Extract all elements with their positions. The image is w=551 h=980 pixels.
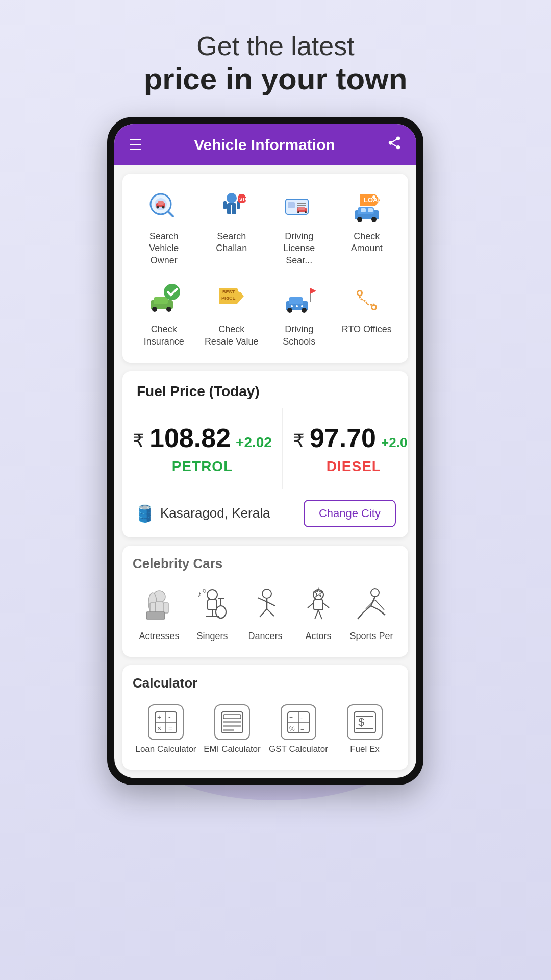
calc-item-fuel-ex[interactable]: $ Fuel Ex	[332, 699, 398, 760]
svg-line-76	[323, 603, 329, 608]
share-icon[interactable]	[387, 135, 402, 154]
driving-license-icon	[281, 189, 317, 226]
svg-rect-107	[354, 712, 375, 733]
svg-point-80	[371, 589, 379, 597]
svg-text:-: -	[300, 714, 303, 721]
celebrity-item-dancers[interactable]: Dancers	[239, 580, 292, 647]
celebrity-item-actresses[interactable]: Actresses	[133, 580, 186, 647]
svg-line-82	[363, 606, 371, 613]
headline-top: Get the latest	[144, 31, 408, 61]
svg-rect-32	[154, 297, 168, 304]
check-amount-icon: LOAN	[348, 189, 385, 226]
svg-rect-97	[223, 721, 241, 723]
svg-line-84	[358, 613, 363, 619]
svg-rect-10	[223, 201, 227, 209]
emi-calc-label: EMI Calculator	[204, 744, 260, 754]
svg-point-7	[227, 193, 237, 203]
phone-screen: ☰ Vehicle Information	[114, 124, 416, 778]
svg-rect-40	[289, 297, 303, 304]
grid-label-search-challan: Search Challan	[204, 231, 260, 255]
svg-text:PRICE: PRICE	[221, 296, 236, 301]
grid-item-search-vehicle-owner[interactable]: Search Vehicle Owner	[133, 184, 195, 272]
singers-icon: ♪ ♫	[192, 585, 233, 626]
svg-rect-74	[314, 600, 323, 610]
svg-point-42	[302, 308, 307, 313]
grid-item-search-challan[interactable]: STOP Search Challan	[201, 184, 263, 272]
calc-item-loan[interactable]: + - × = Loan Calculator	[133, 699, 199, 760]
vehicle-grid-container: Search Vehicle Owner	[122, 174, 408, 363]
svg-point-33	[152, 307, 157, 312]
change-city-button[interactable]: Change City	[304, 500, 396, 527]
menu-icon[interactable]: ☰	[129, 136, 142, 154]
grid-label-check-amount: Check Amount	[339, 231, 395, 255]
calc-grid: + - × = Loan Calculator	[133, 699, 398, 760]
svg-point-45	[291, 305, 293, 307]
calc-section-title: Calculator	[133, 675, 398, 691]
singers-label: Singers	[196, 631, 228, 642]
diesel-symbol: ₹	[293, 430, 305, 452]
gst-calc-label: GST Calculator	[269, 744, 328, 754]
svg-text:%: %	[289, 725, 295, 732]
svg-marker-44	[310, 288, 316, 294]
rto-offices-icon	[348, 282, 385, 318]
diesel-price-col: ₹ 97.70 +2.01 DIESEL	[283, 408, 408, 489]
svg-point-34	[166, 307, 171, 312]
grid-item-check-insurance[interactable]: Check Insurance	[133, 277, 195, 353]
petrol-value: 108.82	[149, 423, 231, 453]
celebrity-cars-section: Celebrity Cars	[122, 546, 408, 657]
celebrity-section-title: Celebrity Cars	[133, 556, 398, 572]
actresses-label: Actresses	[139, 631, 179, 642]
svg-text:BEST: BEST	[222, 289, 235, 295]
svg-line-75	[308, 603, 314, 608]
svg-line-72	[267, 609, 274, 616]
calc-item-gst[interactable]: + - % = GST Calculator	[265, 699, 332, 760]
celebrity-item-singers[interactable]: ♪ ♫ Singers	[186, 580, 239, 647]
actors-label: Actors	[305, 631, 331, 642]
svg-text:$: $	[358, 716, 364, 728]
fuel-city-row: 🛢️ Kasaragod, Kerala Change City	[122, 489, 408, 537]
grid-label-check-resale: Check Resale Value	[204, 324, 260, 348]
actors-icon	[298, 585, 339, 626]
search-vehicle-owner-icon	[145, 189, 182, 226]
petrol-price-col: ₹ 108.82 +2.02 PETROL	[122, 408, 283, 489]
grid-item-check-amount[interactable]: LOAN Check Amount	[336, 184, 398, 272]
svg-rect-20	[298, 207, 305, 210]
grid-label-driving-schools: Driving Schools	[271, 324, 328, 348]
petrol-change: +2.02	[236, 434, 272, 451]
svg-text:LOAN: LOAN	[364, 196, 383, 204]
city-name: Kasaragod, Kerala	[160, 505, 270, 521]
sports-label: Sports Per	[349, 631, 393, 642]
calculator-section: Calculator + - × =	[122, 665, 408, 770]
svg-rect-59	[208, 600, 217, 610]
svg-point-21	[297, 211, 299, 213]
fuel-drop-icon: 🛢️	[135, 504, 155, 523]
actresses-icon	[139, 585, 180, 626]
svg-rect-15	[288, 202, 295, 208]
celebrity-item-sports[interactable]: Sports Per	[345, 580, 398, 647]
grid-item-rto-offices[interactable]: RTO Offices	[336, 277, 398, 353]
svg-text:-: -	[168, 713, 171, 721]
grid-item-driving-schools[interactable]: Driving Schools	[268, 277, 331, 353]
calc-item-emi[interactable]: EMI Calculator	[199, 699, 265, 760]
svg-point-28	[371, 217, 377, 222]
svg-line-78	[318, 610, 322, 619]
grid-item-driving-license[interactable]: Driving License Sear...	[268, 184, 331, 272]
svg-text:+: +	[289, 714, 293, 721]
fuel-prices: ₹ 108.82 +2.02 PETROL ₹ 97.70 +2.01 DIES…	[122, 408, 408, 489]
svg-text:+: +	[157, 713, 161, 721]
fuel-ex-calc-icon: $	[347, 704, 383, 740]
fuel-card-title: Fuel Price (Today)	[122, 371, 408, 408]
svg-text:=: =	[300, 725, 304, 732]
celebrity-item-actors[interactable]: Actors	[292, 580, 345, 647]
svg-point-35	[164, 284, 180, 300]
phone-mockup: ☰ Vehicle Information	[107, 117, 423, 785]
svg-point-62	[216, 606, 226, 618]
svg-line-71	[260, 609, 267, 617]
celebrity-grid: Actresses	[133, 580, 398, 647]
grid-label-check-insurance: Check Insurance	[136, 324, 192, 348]
diesel-change: +2.01	[381, 435, 408, 451]
grid-item-check-resale[interactable]: BEST PRICE Check Resale Value	[201, 277, 263, 353]
svg-point-58	[207, 590, 217, 600]
fuel-ex-calc-label: Fuel Ex	[350, 744, 380, 754]
svg-point-50	[358, 291, 361, 295]
